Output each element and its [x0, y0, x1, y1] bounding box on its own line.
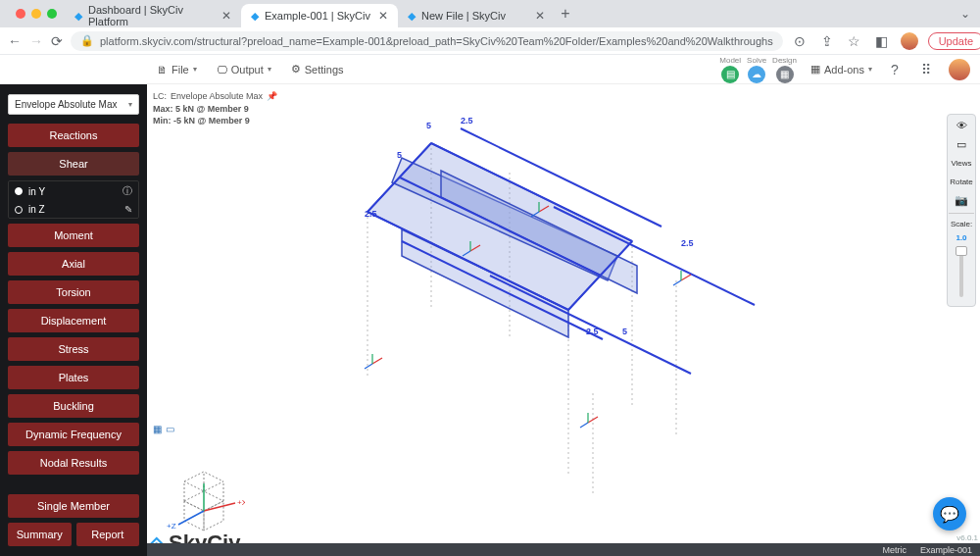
url-text: platform.skyciv.com/structural?preload_n…: [100, 35, 773, 47]
browser-tab-1[interactable]: ◆ Dashboard | SkyCiv Platform ✕: [65, 4, 241, 27]
output-menu[interactable]: 🖵 Output ▾: [217, 64, 271, 76]
svg-line-36: [673, 280, 681, 285]
share-icon[interactable]: ⇪: [818, 32, 836, 50]
displacement-button[interactable]: Displacement: [8, 309, 139, 332]
settings-menu[interactable]: ⚙ Settings: [291, 63, 344, 76]
chevron-down-icon: ▾: [193, 65, 197, 74]
browser-tab-2[interactable]: ◆ Example-001 | SkyCiv ✕: [241, 4, 398, 27]
chat-icon: 💬: [940, 505, 959, 524]
shear-button[interactable]: Shear: [8, 152, 139, 176]
panel-icon[interactable]: ◧: [873, 32, 891, 50]
radio-selected-icon: [15, 187, 23, 195]
toggle-icon-1[interactable]: ▦: [153, 424, 162, 434]
svg-line-30: [580, 423, 588, 428]
browser-tab-3[interactable]: ◆ New File | SkyCiv ✕: [398, 4, 555, 27]
summary-button[interactable]: Summary: [8, 523, 72, 546]
views-tool[interactable]: Views: [950, 155, 973, 171]
screenshot-tool[interactable]: 📷: [950, 192, 973, 208]
svg-text:5: 5: [397, 150, 402, 160]
stress-button[interactable]: Stress: [8, 337, 139, 361]
svg-text:+X: +X: [237, 498, 245, 507]
window-controls: [8, 9, 65, 19]
chat-button[interactable]: 💬: [933, 497, 966, 531]
grid-icon: ▦: [810, 63, 820, 76]
shear-in-z-option[interactable]: in Z ✎: [9, 201, 138, 218]
plates-button[interactable]: Plates: [8, 366, 139, 389]
rotate-tool[interactable]: Rotate: [950, 174, 973, 189]
svg-line-34: [681, 275, 691, 280]
back-button[interactable]: ←: [8, 32, 22, 50]
solve-badge[interactable]: ☁: [748, 66, 765, 83]
scale-value: 1.0: [956, 232, 966, 243]
svg-text:5: 5: [622, 327, 627, 336]
single-member-button[interactable]: Single Member: [8, 494, 139, 518]
svg-text:2.5: 2.5: [681, 238, 694, 248]
axial-button[interactable]: Axial: [8, 252, 139, 276]
report-button[interactable]: Report: [76, 523, 140, 546]
info-icon[interactable]: ⓘ: [122, 184, 132, 198]
close-tab-icon[interactable]: ✕: [221, 9, 231, 23]
svg-line-33: [365, 364, 372, 369]
file-menu[interactable]: 🗎 File ▾: [157, 64, 197, 76]
url-input[interactable]: 🔒 platform.skyciv.com/structural?preload…: [71, 31, 783, 51]
nodal-results-button[interactable]: Nodal Results: [8, 451, 139, 475]
profile-avatar[interactable]: [901, 32, 918, 50]
close-tab-icon[interactable]: ✕: [535, 9, 545, 23]
project-name[interactable]: Example-001: [920, 545, 972, 555]
svg-line-53: [178, 511, 204, 525]
svg-line-51: [204, 503, 235, 511]
moment-button[interactable]: Moment: [8, 224, 139, 247]
mode-badges: Model▤ Solve☁ Design▦: [719, 56, 797, 83]
reload-button[interactable]: ⟳: [51, 32, 63, 50]
tab-overflow-icon[interactable]: ⌄: [951, 7, 980, 21]
units-indicator[interactable]: Metric: [882, 545, 906, 555]
chevron-down-icon: ▾: [868, 65, 872, 74]
new-tab-button[interactable]: +: [555, 3, 576, 25]
svg-line-31: [372, 358, 382, 364]
apps-icon[interactable]: ⠿: [917, 61, 935, 78]
design-badge[interactable]: ▦: [776, 66, 794, 83]
edit-icon[interactable]: ✎: [124, 204, 132, 215]
radio-unselected-icon: [15, 206, 23, 214]
reactions-button[interactable]: Reactions: [8, 124, 139, 147]
svg-marker-46: [204, 501, 223, 531]
viewport-tools: 👁 ▭ Views Rotate 📷 Scale: 1.0: [947, 114, 976, 307]
load-combo-dropdown[interactable]: Envelope Absolute Max ▾: [8, 94, 139, 115]
close-tab-icon[interactable]: ✕: [378, 9, 388, 23]
address-bar: ← → ⟳ 🔒 platform.skyciv.com/structural?p…: [0, 27, 980, 55]
minimize-window-button[interactable]: [31, 9, 41, 19]
svg-text:5: 5: [426, 121, 431, 130]
buckling-button[interactable]: Buckling: [8, 394, 139, 418]
addons-menu[interactable]: ▦ Add-ons ▾: [810, 63, 872, 76]
user-avatar[interactable]: [949, 59, 970, 80]
orientation-widget[interactable]: +X +Z: [167, 464, 245, 536]
update-button[interactable]: Update: [928, 32, 980, 50]
maximize-window-button[interactable]: [47, 9, 57, 19]
svg-line-20: [490, 276, 691, 374]
scale-slider-thumb[interactable]: [956, 246, 967, 256]
close-window-button[interactable]: [16, 9, 25, 19]
model-canvas[interactable]: LC: Envelope Absolute Max 📌 Max: 5 kN @ …: [147, 84, 980, 556]
torsion-button[interactable]: Torsion: [8, 280, 139, 304]
results-sidebar: Envelope Absolute Max ▾ Reactions Shear …: [0, 84, 147, 556]
help-icon[interactable]: ?: [886, 61, 904, 78]
members-tool[interactable]: ▭: [950, 136, 973, 152]
forward-button[interactable]: →: [29, 32, 43, 50]
shear-suboptions: in Y ⓘ in Z ✎: [8, 180, 139, 219]
shear-in-y-option[interactable]: in Y ⓘ: [9, 181, 138, 201]
browser-tab-strip: ◆ Dashboard | SkyCiv Platform ✕ ◆ Exampl…: [0, 0, 980, 27]
svg-text:2.5: 2.5: [461, 116, 473, 126]
scale-label: Scale:: [951, 219, 972, 229]
bookmark-icon[interactable]: ☆: [846, 32, 863, 50]
model-badge[interactable]: ▤: [721, 66, 739, 83]
status-bar: Metric Example-001: [147, 543, 980, 556]
svg-line-28: [588, 417, 598, 423]
gear-icon: ⚙: [291, 63, 301, 76]
toggle-icon-2[interactable]: ▭: [166, 424, 174, 434]
search-icon[interactable]: ⊙: [791, 32, 808, 50]
dynamic-frequency-button[interactable]: Dynamic Frequency: [8, 423, 139, 446]
lock-icon: 🔒: [80, 34, 94, 47]
file-icon: 🗎: [157, 64, 168, 76]
scale-slider[interactable]: [959, 248, 963, 297]
visibility-tool[interactable]: 👁: [950, 118, 973, 133]
